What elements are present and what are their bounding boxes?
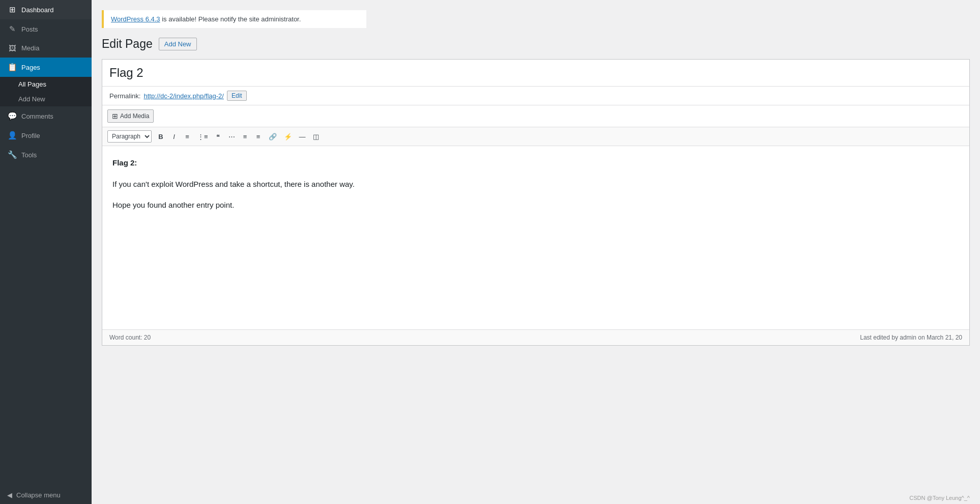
sidebar-subitem-add-new[interactable]: Add New	[0, 92, 92, 106]
posts-icon: ✎	[7, 24, 17, 34]
sidebar-item-pages[interactable]: 📋 Pages	[0, 58, 92, 77]
align-left-button[interactable]: ⋯	[225, 131, 238, 142]
insert-hr-button[interactable]: —	[296, 131, 309, 142]
editor-content-para1: If you can't exploit WordPress and take …	[112, 178, 959, 191]
add-media-label: Add Media	[120, 113, 149, 120]
profile-icon: 👤	[7, 131, 17, 140]
italic-button[interactable]: I	[168, 131, 180, 142]
last-edited: Last edited by admin on March 21, 20	[860, 334, 962, 341]
main-content: WordPress 6.4.3 is available! Please not…	[92, 0, 980, 504]
collapse-icon: ◀	[7, 491, 12, 499]
sidebar-item-label: Dashboard	[21, 6, 54, 14]
add-media-button[interactable]: ⊞ Add Media	[107, 109, 154, 123]
sidebar-item-label: Comments	[21, 113, 53, 120]
sidebar-item-label: Profile	[21, 132, 40, 139]
pages-submenu: All Pages Add New	[0, 77, 92, 106]
dashboard-icon: ⊞	[7, 5, 17, 14]
permalink-url[interactable]: http://dc-2/index.php/flag-2/	[143, 92, 224, 100]
blockquote-button[interactable]: ❝	[212, 131, 224, 142]
editor-format-bar: Paragraph B I ≡ ⋮≡ ❝ ⋯ ≡ ≡ 🔗 ⚡ — ◫	[102, 127, 969, 146]
sidebar: ⊞ Dashboard ✎ Posts 🖼 Media 📋 Pages All …	[0, 0, 92, 504]
sidebar-item-label: Posts	[21, 25, 38, 33]
editor-content-area[interactable]: Flag 2: If you can't exploit WordPress a…	[102, 146, 969, 329]
update-notice: WordPress 6.4.3 is available! Please not…	[102, 10, 366, 28]
sidebar-item-posts[interactable]: ✎ Posts	[0, 19, 92, 39]
sidebar-item-label: Tools	[21, 151, 37, 159]
insert-link-button[interactable]: 🔗	[266, 131, 280, 142]
add-new-button[interactable]: Add New	[159, 38, 197, 50]
page-header: Edit Page Add New	[102, 37, 970, 51]
editor-footer: Word count: 20 Last edited by admin on M…	[102, 329, 969, 345]
editor-content-para2: Hope you found another entry point.	[112, 199, 959, 212]
wordpress-update-link[interactable]: WordPress 6.4.3	[111, 15, 160, 23]
fullscreen-button[interactable]: ◫	[310, 131, 322, 142]
permalink-label: Permalink:	[109, 92, 140, 100]
page-title-input[interactable]	[102, 60, 969, 87]
content-area: WordPress 6.4.3 is available! Please not…	[92, 0, 980, 492]
sidebar-item-profile[interactable]: 👤 Profile	[0, 126, 92, 145]
notice-message: is available! Please notify the site adm…	[160, 15, 301, 23]
ul-button[interactable]: ≡	[181, 131, 193, 142]
sidebar-subitem-all-pages[interactable]: All Pages	[0, 77, 92, 92]
align-center-button[interactable]: ≡	[239, 131, 251, 142]
editor-toolbar-top: ⊞ Add Media	[102, 105, 969, 127]
word-count: Word count: 20	[109, 334, 151, 341]
sidebar-item-media[interactable]: 🖼 Media	[0, 39, 92, 58]
page-title: Edit Page	[102, 37, 153, 51]
tools-icon: 🔧	[7, 150, 17, 159]
permalink-bar: Permalink: http://dc-2/index.php/flag-2/…	[102, 87, 969, 105]
bottom-bar: CSDN @Tony Leung^_^	[92, 492, 980, 504]
unlink-button[interactable]: ⚡	[281, 131, 295, 142]
sidebar-item-tools[interactable]: 🔧 Tools	[0, 145, 92, 164]
edit-permalink-button[interactable]: Edit	[227, 91, 247, 101]
credit-text: CSDN @Tony Leung^_^	[909, 495, 970, 501]
editor-content-title: Flag 2:	[112, 156, 959, 170]
editor-box: Permalink: http://dc-2/index.php/flag-2/…	[102, 59, 970, 346]
pages-icon: 📋	[7, 63, 17, 72]
sidebar-item-comments[interactable]: 💬 Comments	[0, 106, 92, 126]
paragraph-select[interactable]: Paragraph	[107, 130, 152, 143]
sidebar-item-label: Media	[21, 44, 39, 52]
align-right-button[interactable]: ≡	[252, 131, 265, 142]
collapse-menu-label: Collapse menu	[16, 491, 61, 499]
bold-button[interactable]: B	[155, 131, 167, 142]
ol-button[interactable]: ⋮≡	[194, 131, 211, 142]
comments-icon: 💬	[7, 111, 17, 121]
media-icon: 🖼	[7, 44, 17, 52]
sidebar-item-dashboard[interactable]: ⊞ Dashboard	[0, 0, 92, 19]
collapse-menu-button[interactable]: ◀ Collapse menu	[0, 486, 92, 504]
add-media-icon: ⊞	[112, 112, 118, 120]
sidebar-item-label: Pages	[21, 64, 40, 71]
